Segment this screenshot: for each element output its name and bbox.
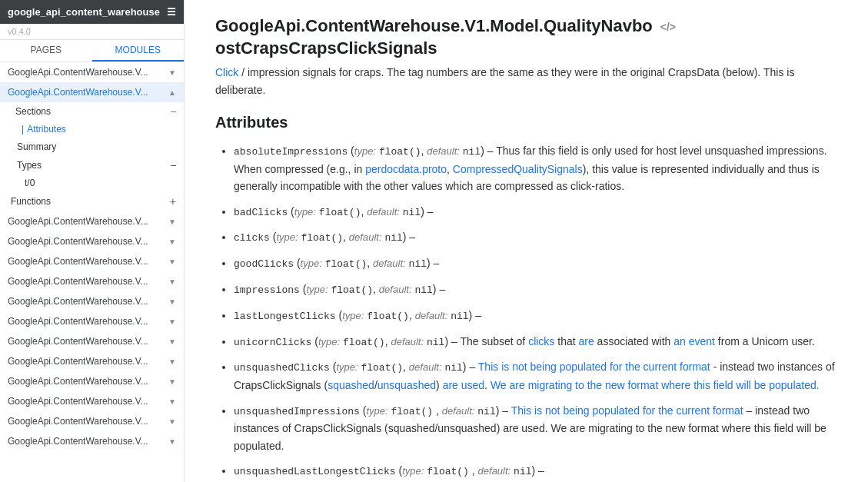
sidebar-items: GoogleApi.ContentWarehouse.V... ▼ Google… bbox=[0, 62, 184, 482]
sidebar-attributes[interactable]: Attributes bbox=[0, 121, 184, 138]
sidebar-t0[interactable]: t/0 bbox=[0, 175, 184, 191]
minus-icon: – bbox=[171, 160, 176, 171]
sidebar-item-13[interactable]: GoogleApi.ContentWarehouse.V... ▼ bbox=[0, 411, 184, 431]
sidebar-item-2[interactable]: GoogleApi.ContentWarehouse.V... ▲ bbox=[0, 82, 184, 102]
sidebar-item-12[interactable]: GoogleApi.ContentWarehouse.V... ▼ bbox=[0, 391, 184, 411]
attribute-item: unsquashedLastLongestClicks (type: float… bbox=[234, 462, 837, 480]
attribute-item: clicks (type: float(), default: nil) – bbox=[234, 228, 837, 247]
sidebar-item-7[interactable]: GoogleApi.ContentWarehouse.V... ▼ bbox=[0, 291, 184, 311]
sidebar-functions[interactable]: Functions + bbox=[0, 191, 184, 211]
chevron-icon: ▼ bbox=[168, 417, 176, 426]
sidebar-item-14[interactable]: GoogleApi.ContentWarehouse.V... ▼ bbox=[0, 431, 184, 451]
sidebar-menu-icon[interactable]: ☰ bbox=[167, 6, 176, 18]
chevron-icon: ▼ bbox=[168, 377, 176, 386]
sidebar-item-9[interactable]: GoogleApi.ContentWarehouse.V... ▼ bbox=[0, 331, 184, 351]
sidebar-tabs: PAGES MODULES bbox=[0, 40, 184, 62]
sidebar-types[interactable]: Types – bbox=[0, 156, 184, 175]
sidebar-item-10[interactable]: GoogleApi.ContentWarehouse.V... ▼ bbox=[0, 351, 184, 371]
sidebar-item-11[interactable]: GoogleApi.ContentWarehouse.V... ▼ bbox=[0, 371, 184, 391]
sidebar-item-5[interactable]: GoogleApi.ContentWarehouse.V... ▼ bbox=[0, 251, 184, 271]
chevron-icon: ▼ bbox=[168, 218, 176, 226]
attribute-item: unsquashedClicks (type: float(), default… bbox=[234, 358, 837, 394]
sidebar-sections[interactable]: Sections – bbox=[0, 102, 184, 121]
chevron-up-icon: ▲ bbox=[168, 88, 176, 97]
attribute-item: unicornClicks (type: float(), default: n… bbox=[234, 333, 837, 351]
attribute-item: badClicks (type: float(), default: nil) … bbox=[234, 203, 837, 221]
chevron-icon: ▼ bbox=[168, 258, 176, 266]
attribute-item: goodClicks (type: float(), default: nil)… bbox=[234, 254, 837, 273]
sidebar-item-3[interactable]: GoogleApi.ContentWarehouse.V... ▼ bbox=[0, 211, 184, 231]
attribute-item: impressions (type: float(), default: nil… bbox=[234, 281, 837, 299]
sidebar-header: google_api_content_warehouse ☰ bbox=[0, 0, 184, 24]
chevron-icon: ▼ bbox=[168, 298, 176, 306]
attribute-item: unsquashedImpressions (type: float() , d… bbox=[234, 402, 837, 455]
tab-pages[interactable]: PAGES bbox=[0, 40, 92, 61]
sidebar: google_api_content_warehouse ☰ v0.4.0 PA… bbox=[0, 0, 185, 482]
code-icon: </> bbox=[660, 20, 676, 34]
attributes-heading: Attributes bbox=[215, 114, 837, 131]
main-content: GoogleApi.ContentWarehouse.V1.Model.Qual… bbox=[185, 0, 868, 482]
sidebar-item-8[interactable]: GoogleApi.ContentWarehouse.V... ▼ bbox=[0, 311, 184, 331]
page-title: GoogleApi.ContentWarehouse.V1.Model.Qual… bbox=[215, 15, 837, 59]
tab-modules[interactable]: MODULES bbox=[92, 40, 185, 61]
chevron-icon: ▼ bbox=[168, 337, 176, 346]
sidebar-item-4[interactable]: GoogleApi.ContentWarehouse.V... ▼ bbox=[0, 231, 184, 251]
minus-icon: – bbox=[171, 106, 176, 117]
sidebar-item-1[interactable]: GoogleApi.ContentWarehouse.V... ▼ bbox=[0, 62, 184, 82]
chevron-down-icon: ▼ bbox=[168, 68, 176, 77]
chevron-icon: ▼ bbox=[168, 357, 176, 366]
chevron-icon: ▼ bbox=[168, 397, 176, 406]
attribute-item: lastLongestClicks (type: float(), defaul… bbox=[234, 307, 837, 325]
plus-icon: + bbox=[170, 195, 176, 208]
chevron-icon: ▼ bbox=[168, 278, 176, 286]
attribute-item: absoluteImpressions (type: float(), defa… bbox=[234, 142, 837, 195]
attributes-list: absoluteImpressions (type: float(), defa… bbox=[215, 142, 837, 480]
chevron-icon: ▼ bbox=[168, 317, 176, 326]
sidebar-summary[interactable]: Summary bbox=[0, 138, 184, 156]
sidebar-item-6[interactable]: GoogleApi.ContentWarehouse.V... ▼ bbox=[0, 271, 184, 291]
chevron-icon: ▼ bbox=[168, 238, 176, 246]
sidebar-title: google_api_content_warehouse bbox=[8, 6, 160, 18]
sidebar-version: v0.4.0 bbox=[0, 24, 184, 40]
page-description: Click / impression signals for craps. Th… bbox=[215, 64, 837, 98]
chevron-icon: ▼ bbox=[168, 437, 176, 446]
